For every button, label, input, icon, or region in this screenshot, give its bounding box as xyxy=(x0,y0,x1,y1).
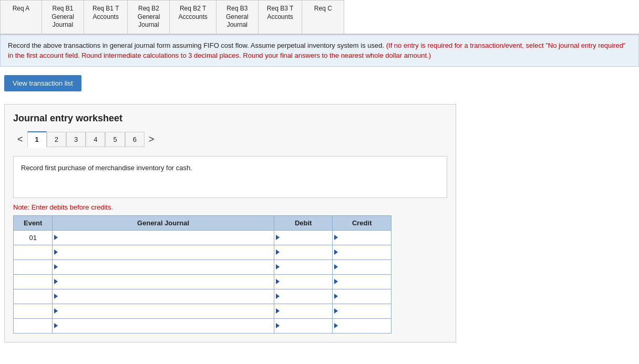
view-transaction-list-button[interactable]: View transaction list xyxy=(4,75,81,91)
triangle-icon-5 xyxy=(54,294,58,299)
tab-req-b2-t[interactable]: Req B2 TAcccounts xyxy=(170,0,216,34)
triangle-icon-credit-7 xyxy=(334,323,338,328)
general-journal-input-4[interactable] xyxy=(56,278,270,286)
general-journal-cell-5[interactable] xyxy=(53,289,274,304)
triangle-icon-debit-4 xyxy=(276,279,280,284)
record-description-text: Record first purchase of merchandise inv… xyxy=(21,164,192,172)
credit-input-7[interactable] xyxy=(336,322,388,330)
debit-input-1[interactable] xyxy=(277,234,329,242)
triangle-icon-credit-6 xyxy=(334,308,338,314)
triangle-icon-credit-5 xyxy=(334,294,338,299)
triangle-icon-6 xyxy=(54,308,58,314)
worksheet-container: Journal entry worksheet < 1 2 3 4 5 6 > … xyxy=(4,104,456,342)
triangle-icon-7 xyxy=(54,323,58,328)
worksheet-title: Journal entry worksheet xyxy=(13,113,447,124)
next-page-button[interactable]: > xyxy=(145,132,159,147)
general-journal-cell-2[interactable] xyxy=(53,245,274,259)
debit-cell-6[interactable] xyxy=(274,304,333,318)
general-journal-input-1[interactable] xyxy=(56,234,270,242)
event-cell-2 xyxy=(14,245,53,259)
debit-input-5[interactable] xyxy=(277,293,329,300)
debit-input-4[interactable] xyxy=(277,278,329,286)
table-row: 01 xyxy=(14,230,391,245)
general-journal-input-2[interactable] xyxy=(56,248,270,256)
credit-input-4[interactable] xyxy=(336,278,388,286)
event-cell-1: 01 xyxy=(14,230,53,245)
general-journal-input-7[interactable] xyxy=(56,322,270,330)
triangle-icon-debit-3 xyxy=(276,264,280,269)
general-journal-cell-6[interactable] xyxy=(53,304,274,318)
debit-cell-2[interactable] xyxy=(274,245,333,259)
debit-cell-1[interactable] xyxy=(274,230,333,245)
triangle-icon-3 xyxy=(54,264,58,269)
tab-req-a[interactable]: Req A xyxy=(0,0,42,34)
page-4-button[interactable]: 4 xyxy=(86,132,105,147)
debit-cell-5[interactable] xyxy=(274,289,333,304)
triangle-icon-credit-3 xyxy=(334,264,338,269)
page-1-button[interactable]: 1 xyxy=(27,131,47,148)
credit-input-6[interactable] xyxy=(336,307,388,315)
debit-cell-3[interactable] xyxy=(274,259,333,274)
triangle-icon-debit-2 xyxy=(276,249,280,255)
tab-req-c[interactable]: Req C xyxy=(302,0,344,34)
tab-req-b2-general[interactable]: Req B2GeneralJournal xyxy=(128,0,170,34)
general-journal-cell-3[interactable] xyxy=(53,259,274,274)
debit-cell-7[interactable] xyxy=(274,318,333,333)
page-2-button[interactable]: 2 xyxy=(47,132,66,147)
triangle-icon-1 xyxy=(54,235,58,240)
triangle-icon-4 xyxy=(54,279,58,284)
table-row xyxy=(14,259,391,274)
general-journal-input-3[interactable] xyxy=(56,263,270,271)
instructions-main-text: Record the above transactions in general… xyxy=(8,41,384,49)
credit-cell-3[interactable] xyxy=(333,259,391,274)
tab-bar: Req A Req B1GeneralJournal Req B1 TAccou… xyxy=(0,0,639,35)
event-cell-6 xyxy=(14,304,53,318)
prev-page-button[interactable]: < xyxy=(13,132,27,147)
credit-cell-5[interactable] xyxy=(333,289,391,304)
journal-table: Event General Journal Debit Credit 01 xyxy=(13,215,391,334)
debit-cell-4[interactable] xyxy=(274,274,333,289)
credit-input-3[interactable] xyxy=(336,263,388,271)
page-6-button[interactable]: 6 xyxy=(125,132,145,147)
credit-cell-6[interactable] xyxy=(333,304,391,318)
triangle-icon-debit-1 xyxy=(276,235,280,240)
triangle-icon-debit-7 xyxy=(276,323,280,328)
event-cell-5 xyxy=(14,289,53,304)
credit-input-1[interactable] xyxy=(336,234,388,242)
record-description-box: Record first purchase of merchandise inv… xyxy=(13,156,447,198)
pagination: < 1 2 3 4 5 6 > xyxy=(13,131,447,148)
general-journal-input-6[interactable] xyxy=(56,307,270,315)
triangle-icon-credit-4 xyxy=(334,279,338,284)
event-cell-7 xyxy=(14,318,53,333)
debit-input-3[interactable] xyxy=(277,263,329,271)
table-row xyxy=(14,274,391,289)
tab-req-b1-t[interactable]: Req B1 TAccounts xyxy=(84,0,128,34)
triangle-icon-credit-1 xyxy=(334,235,338,240)
page-3-button[interactable]: 3 xyxy=(66,132,86,147)
triangle-icon-2 xyxy=(54,249,58,255)
col-header-debit: Debit xyxy=(274,215,333,230)
table-row xyxy=(14,289,391,304)
debit-input-6[interactable] xyxy=(277,307,329,315)
credit-cell-7[interactable] xyxy=(333,318,391,333)
page-5-button[interactable]: 5 xyxy=(105,132,125,147)
triangle-icon-debit-5 xyxy=(276,294,280,299)
credit-cell-2[interactable] xyxy=(333,245,391,259)
debit-input-2[interactable] xyxy=(277,248,329,256)
triangle-icon-credit-2 xyxy=(334,249,338,255)
tab-req-b3-general[interactable]: Req B3GeneralJournal xyxy=(217,0,259,34)
credit-cell-1[interactable] xyxy=(333,230,391,245)
general-journal-cell-4[interactable] xyxy=(53,274,274,289)
credit-input-5[interactable] xyxy=(336,293,388,300)
general-journal-cell-1[interactable] xyxy=(53,230,274,245)
debit-input-7[interactable] xyxy=(277,322,329,330)
credit-cell-4[interactable] xyxy=(333,274,391,289)
general-journal-cell-7[interactable] xyxy=(53,318,274,333)
tab-req-b3-t[interactable]: Req B3 TAccounts xyxy=(259,0,302,34)
credit-input-2[interactable] xyxy=(336,248,388,256)
col-header-event: Event xyxy=(14,215,53,230)
tab-req-b1-general[interactable]: Req B1GeneralJournal xyxy=(42,0,84,34)
table-row xyxy=(14,245,391,259)
general-journal-input-5[interactable] xyxy=(56,293,270,300)
event-cell-3 xyxy=(14,259,53,274)
